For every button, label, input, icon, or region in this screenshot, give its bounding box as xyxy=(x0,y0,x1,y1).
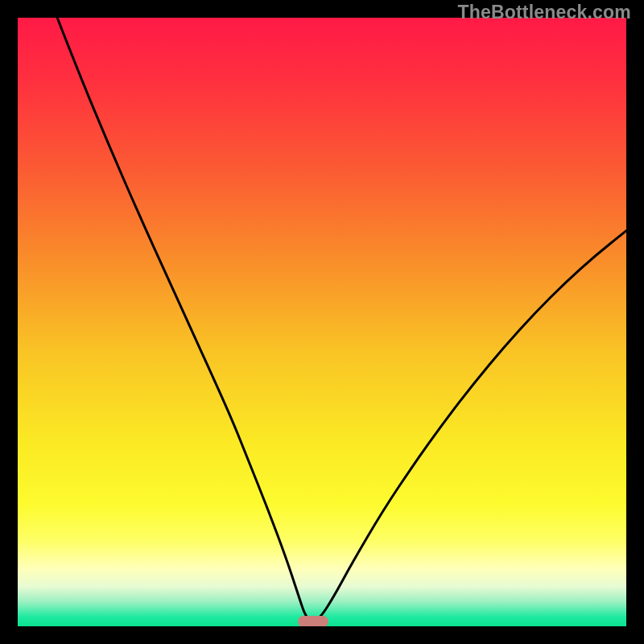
plot-area xyxy=(18,18,626,626)
chart-frame: TheBottleneck.com xyxy=(0,0,644,644)
optimal-marker xyxy=(298,616,328,626)
bottleneck-curve xyxy=(18,18,626,626)
watermark-label: TheBottleneck.com xyxy=(457,2,631,23)
